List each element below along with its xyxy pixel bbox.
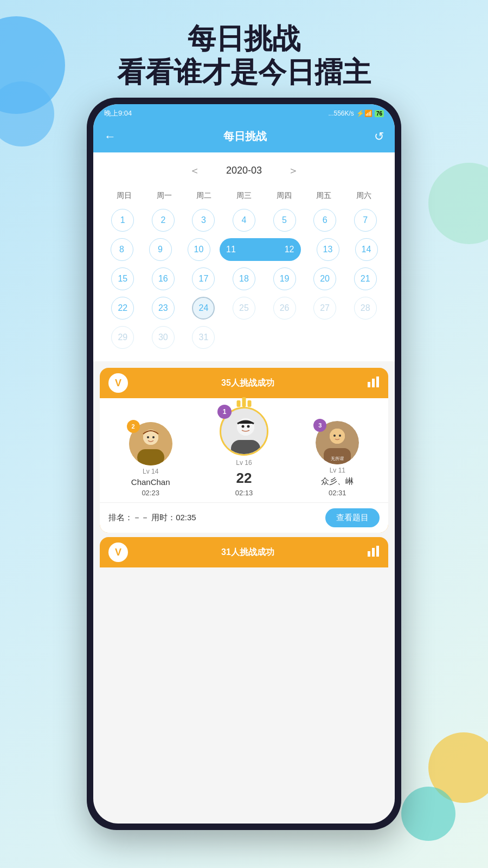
winner-1st-lv: Lv 16 [236,459,252,467]
winner-3rd-time: 02:31 [329,489,346,497]
footer-rank-text-1: 排名：－－ 用时：02:35 [108,513,196,523]
cal-day-12[interactable]: 12 [272,237,307,263]
prev-month-button[interactable]: ＜ [185,161,204,180]
cal-day-16[interactable]: 16 [145,266,182,292]
svg-rect-1 [372,379,375,387]
cal-day-19[interactable]: 19 [266,266,303,292]
cal-day-9[interactable]: 9 [143,237,178,263]
rank-badge-2: 2 [127,420,140,433]
cal-day-25[interactable]: 25 [226,295,263,321]
cal-day-17[interactable]: 17 [185,266,222,292]
svg-rect-11 [231,440,260,456]
cal-day-1[interactable]: 1 [104,207,142,233]
cal-day-5[interactable]: 5 [266,207,303,233]
bg-decoration-circle-3 [428,163,488,244]
challenge-count-1: 35人挑战成功 [221,378,274,389]
svg-text:无所谓: 无所谓 [331,456,344,461]
cal-day-8[interactable]: 8 [104,237,139,263]
svg-rect-2 [376,376,379,387]
cal-day-22[interactable]: 22 [104,295,142,321]
cal-day-28[interactable]: 28 [346,295,384,321]
winner-3rd-avatar-container: 无所谓 3 [316,421,359,464]
winner-3rd-name: 众彡、崊 [321,476,354,487]
cal-day-27[interactable]: 27 [306,295,344,321]
calendar-week-5: 29 30 31 [104,324,384,350]
winner-1st-rank-num: 22 [236,470,252,487]
chart-icon-1 [368,376,380,390]
svg-rect-0 [368,382,370,387]
cal-day-29[interactable]: 29 [104,324,142,350]
winner-3rd-lv: Lv 11 [330,467,345,474]
page-title-line2: 看看谁才是今日擂主 [0,55,488,89]
cal-day-7[interactable]: 7 [346,207,384,233]
challenge-card-1-header: V 35人挑战成功 [100,368,388,398]
weekday-headers: 周日 周一 周二 周三 周四 周五 周六 [104,189,384,203]
view-questions-button-1[interactable]: 查看题目 [325,508,380,527]
weekday-tue: 周二 [184,189,224,203]
cal-day-18[interactable]: 18 [226,266,263,292]
nav-title: 每日挑战 [223,129,267,144]
challenge-count-2: 31人挑战成功 [221,547,274,558]
cal-day-21[interactable]: 21 [346,266,384,292]
bg-decoration-circle-5 [401,787,455,841]
cal-day-13[interactable]: 13 [310,237,345,263]
phone-frame: 晚上9:04 ...556K/s ⚡📶 76 ← 每日挑战 ↺ ＜ 2020-0… [87,98,401,830]
back-button[interactable]: ← [104,130,116,144]
cal-day-23[interactable]: 23 [145,295,182,321]
cal-day-empty-1 [226,324,263,350]
rank-badge-1: 1 [217,405,232,419]
cal-day-empty-2 [266,324,303,350]
cal-day-10[interactable]: 10 [181,237,216,263]
svg-point-13 [241,425,244,428]
winner-2nd-name: ChanChan [131,477,170,487]
cal-day-24[interactable]: 24 [185,295,222,321]
svg-point-18 [330,429,345,444]
calendar-week-4: 22 23 24 25 26 27 28 [104,295,384,321]
winner-2nd-lv: Lv 14 [143,468,158,475]
winner-1st: 1 Lv 16 22 02:13 [220,407,268,497]
svg-rect-23 [372,548,375,557]
cal-day-26[interactable]: 26 [266,295,303,321]
cal-day-4[interactable]: 4 [226,207,263,233]
weekday-fri: 周五 [304,189,344,203]
winners-row-1: 2 Lv 14 ChanChan 02:23 [100,398,388,502]
signal-icon: ⚡📶 [356,110,373,117]
calendar-week-3: 15 16 17 18 19 20 21 [104,266,384,292]
cal-day-30[interactable]: 30 [145,324,182,350]
cal-day-20[interactable]: 20 [306,266,344,292]
winner-2nd-avatar-container: 2 [129,422,172,465]
svg-point-20 [339,435,341,437]
calendar-container: ＜ 2020-03 ＞ 周日 周一 周二 周三 周四 周五 周六 1 2 3 4… [93,152,395,361]
cal-day-empty-3 [306,324,344,350]
phone-screen: 晚上9:04 ...556K/s ⚡📶 76 ← 每日挑战 ↺ ＜ 2020-0… [93,104,395,824]
svg-point-7 [147,436,149,438]
calendar-week-1: 1 2 3 4 5 6 7 [104,207,384,233]
weekday-mon: 周一 [144,189,184,203]
battery-indicator: 76 [375,110,384,117]
cal-day-15[interactable]: 15 [104,266,142,292]
challenge-footer-1: 排名：－－ 用时：02:35 查看题目 [100,502,388,533]
weekday-sun: 周日 [104,189,144,203]
cal-day-14[interactable]: 14 [349,237,384,263]
winner-1st-avatar-container: 1 [220,407,268,456]
month-navigation: ＜ 2020-03 ＞ [104,161,384,180]
cal-day-6[interactable]: 6 [306,207,344,233]
weekday-sat: 周六 [344,189,384,203]
status-bar: 晚上9:04 ...556K/s ⚡📶 76 [93,104,395,123]
svg-rect-24 [376,546,379,557]
winner-1st-time: 02:13 [235,489,253,497]
cal-day-3[interactable]: 3 [185,207,222,233]
next-month-button[interactable]: ＞ [284,161,303,180]
svg-point-19 [333,435,336,437]
svg-point-14 [247,425,249,428]
refresh-button[interactable]: ↺ [374,130,384,144]
cal-day-2[interactable]: 2 [145,207,182,233]
winner-3rd: 无所谓 3 Lv 11 众彡、崊 02:31 [316,421,359,497]
cal-day-31[interactable]: 31 [185,324,222,350]
svg-point-8 [152,436,155,438]
calendar-week-2: 8 9 10 11 12 13 14 [104,237,384,263]
status-icons: ...556K/s ⚡📶 76 [329,110,384,117]
svg-rect-22 [368,551,370,557]
challenge-card-2-partial: V 31人挑战成功 [100,537,388,567]
current-month: 2020-03 [226,165,262,176]
